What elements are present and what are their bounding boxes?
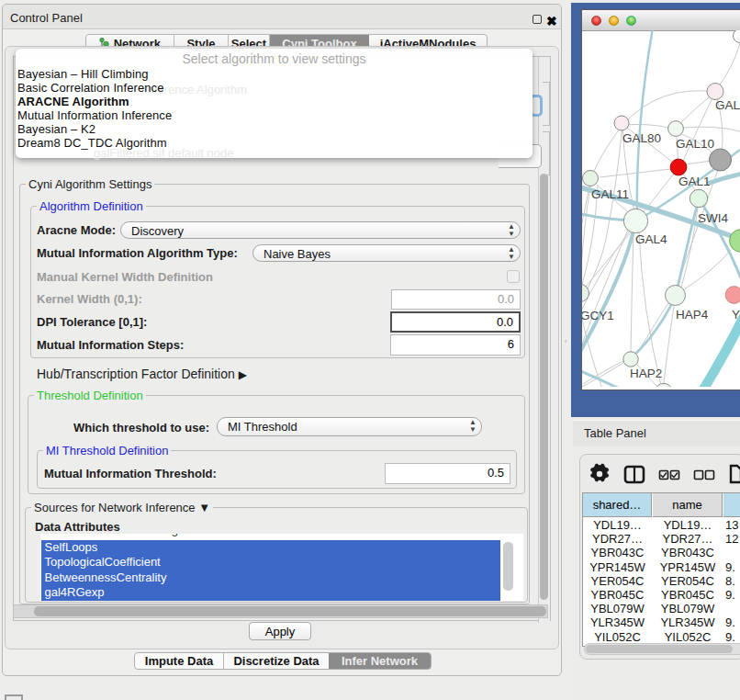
svg-text:Y: Y <box>732 308 740 322</box>
svg-text:GAL10: GAL10 <box>676 137 714 151</box>
svg-text:GAL80: GAL80 <box>622 131 661 145</box>
svg-text:GCY1: GCY1 <box>582 309 614 322</box>
svg-text:GAL1: GAL1 <box>678 175 711 188</box>
svg-text:GAL11: GAL11 <box>591 187 629 201</box>
svg-text:SWI4: SWI4 <box>698 211 728 225</box>
svg-text:HAP2: HAP2 <box>630 367 662 380</box>
svg-text:HAP4: HAP4 <box>676 308 709 322</box>
svg-text:GAL2: GAL2 <box>715 98 740 112</box>
svg-text:GAL4: GAL4 <box>635 232 667 246</box>
